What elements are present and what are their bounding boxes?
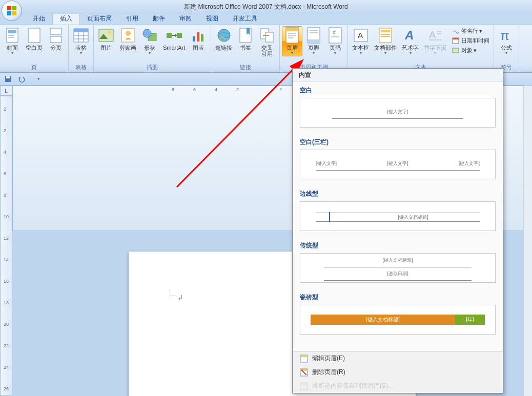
svg-rect-0 bbox=[7, 6, 11, 10]
gallery-item-tile[interactable]: 瓷砖型 [键入文档标题] [年] bbox=[293, 289, 503, 341]
office-logo-icon bbox=[6, 5, 17, 16]
svg-rect-10 bbox=[50, 36, 62, 43]
svg-rect-1 bbox=[12, 6, 16, 10]
svg-text:A: A bbox=[358, 31, 363, 39]
blank-page-button[interactable]: 空白页 bbox=[24, 26, 45, 52]
table-icon bbox=[73, 28, 89, 43]
svg-rect-52 bbox=[381, 36, 390, 37]
svg-rect-5 bbox=[8, 30, 16, 33]
equation-button[interactable]: π公式▾ bbox=[496, 26, 517, 56]
parts-button[interactable]: 文档部件▾ bbox=[372, 26, 399, 56]
svg-rect-34 bbox=[265, 32, 274, 42]
svg-rect-73 bbox=[300, 383, 308, 385]
tab-layout[interactable]: 页面布局 bbox=[80, 13, 119, 25]
vertical-scrollbar[interactable] bbox=[523, 86, 532, 396]
tab-developer[interactable]: 开发工具 bbox=[226, 13, 264, 25]
datetime-icon bbox=[452, 37, 459, 44]
picture-button[interactable]: 图片 bbox=[96, 26, 116, 52]
group-illustrations: 图片 剪贴画 形状▾ SmartArt 图表 插图 bbox=[94, 25, 211, 72]
gallery-footer: 编辑页眉(E) 删除页眉(R) 将所选内容保存到页眉库(S)... bbox=[293, 351, 503, 393]
svg-point-21 bbox=[126, 31, 131, 36]
gallery-item-traditional[interactable]: 传统型 [键入文档标题] [选取日期] bbox=[293, 237, 503, 289]
gallery-scroll[interactable]: 内置 空白 [键入文字] 空白(三栏) [键入文字][键入文字][键入文字] 边… bbox=[293, 69, 503, 351]
shapes-button[interactable]: 形状▾ bbox=[139, 26, 160, 56]
textbox-button[interactable]: A文本框▾ bbox=[350, 26, 371, 56]
header-button[interactable]: 页眉▾ bbox=[282, 26, 302, 56]
svg-point-19 bbox=[108, 31, 111, 34]
edit-header-menuitem[interactable]: 编辑页眉(E) bbox=[293, 351, 503, 365]
table-button[interactable]: 表格▾ bbox=[71, 26, 91, 56]
footer-button[interactable]: 页脚▾ bbox=[303, 26, 324, 56]
chart-button[interactable]: 图表 bbox=[188, 26, 209, 52]
picture-icon bbox=[98, 29, 114, 42]
bookmark-icon bbox=[239, 28, 252, 43]
signature-icon bbox=[452, 27, 459, 34]
edit-header-icon bbox=[300, 355, 308, 363]
svg-point-23 bbox=[143, 29, 151, 37]
svg-rect-18 bbox=[99, 29, 113, 41]
title-bar: 新建 Microsoft Office Word 2007 文档.docx - … bbox=[0, 0, 532, 14]
object-button[interactable]: 对象 ▾ bbox=[449, 46, 492, 55]
object-icon bbox=[452, 47, 459, 54]
svg-rect-28 bbox=[197, 32, 199, 41]
clipart-button[interactable]: 剪贴画 bbox=[117, 26, 138, 52]
svg-rect-17 bbox=[74, 29, 88, 32]
cursor-mark: ↲ bbox=[177, 294, 183, 302]
gallery-preview-traditional: [键入文档标题] [选取日期] bbox=[300, 253, 496, 283]
office-button[interactable] bbox=[2, 1, 22, 21]
tab-references[interactable]: 引用 bbox=[119, 13, 146, 25]
remove-header-icon bbox=[300, 368, 308, 377]
svg-rect-3 bbox=[12, 11, 16, 15]
wordart-button[interactable]: A艺术字▾ bbox=[400, 26, 421, 56]
svg-point-30 bbox=[218, 29, 230, 41]
svg-rect-6 bbox=[8, 35, 14, 36]
svg-rect-55 bbox=[437, 31, 441, 32]
page-break-icon bbox=[50, 28, 62, 43]
smartart-button[interactable]: SmartArt bbox=[161, 26, 187, 52]
bookmark-button[interactable]: 书签 bbox=[235, 26, 256, 52]
gallery-item-blank3[interactable]: 空白(三栏) [键入文字][键入文字][键入文字] bbox=[293, 134, 503, 185]
page-break-button[interactable]: 分页 bbox=[46, 26, 66, 52]
group-label-links: 链接 bbox=[213, 63, 277, 72]
tab-mailings[interactable]: 邮件 bbox=[146, 13, 172, 25]
qat-customize-button[interactable]: ▾ bbox=[33, 74, 44, 84]
group-pages: 封面▾ 空白页 分页 页 bbox=[0, 25, 69, 72]
tab-review[interactable]: 审阅 bbox=[172, 13, 199, 25]
group-label-tables: 表格 bbox=[71, 63, 91, 72]
group-label-illustrations: 插图 bbox=[96, 63, 209, 72]
group-tables: 表格▾ 表格 bbox=[69, 25, 94, 72]
tab-insert[interactable]: 插入 bbox=[52, 12, 80, 25]
svg-rect-38 bbox=[288, 35, 296, 36]
group-links: 超链接 书签 交叉 引用 链接 bbox=[211, 25, 280, 72]
remove-header-menuitem[interactable]: 删除页眉(R) bbox=[293, 365, 503, 379]
vertical-ruler[interactable]: 22468101214161820222426 bbox=[0, 96, 12, 396]
gallery-preview-blank3: [键入文字][键入文字][键入文字] bbox=[300, 150, 496, 179]
clipart-icon bbox=[121, 28, 135, 43]
gallery-item-blank[interactable]: 空白 [键入文字] bbox=[293, 82, 503, 134]
tab-view[interactable]: 视图 bbox=[199, 13, 226, 25]
svg-rect-50 bbox=[381, 30, 390, 32]
svg-text:#: # bbox=[333, 29, 336, 35]
hyperlink-button[interactable]: 超链接 bbox=[213, 26, 234, 52]
blank-page-icon bbox=[28, 28, 40, 43]
gallery-item-sideline[interactable]: 边线型 [键入文档标题] bbox=[293, 185, 503, 237]
crossref-button[interactable]: 交叉 引用 bbox=[257, 26, 277, 58]
tab-home[interactable]: 开始 bbox=[26, 13, 52, 25]
datetime-button[interactable]: 日期和时间 bbox=[449, 36, 492, 45]
chart-icon bbox=[191, 28, 206, 43]
qat-save-button[interactable] bbox=[3, 74, 13, 84]
equation-icon: π bbox=[498, 28, 515, 43]
ribbon: 封面▾ 空白页 分页 页 表格▾ 表格 图片 剪贴画 形状▾ SmartArt … bbox=[0, 25, 532, 73]
pagenum-icon: # bbox=[329, 27, 342, 44]
cover-page-button[interactable]: 封面▾ bbox=[2, 26, 23, 56]
cover-page-icon bbox=[6, 28, 18, 43]
svg-rect-60 bbox=[453, 48, 459, 53]
svg-rect-56 bbox=[437, 33, 441, 34]
shapes-icon bbox=[142, 28, 157, 43]
header-icon bbox=[285, 27, 299, 44]
svg-rect-9 bbox=[50, 28, 62, 34]
pagenum-button[interactable]: #页码▾ bbox=[325, 26, 345, 56]
qat-undo-button[interactable] bbox=[16, 74, 27, 84]
signature-button[interactable]: 签名行 ▾ bbox=[449, 26, 492, 35]
svg-text:A: A bbox=[429, 29, 436, 40]
